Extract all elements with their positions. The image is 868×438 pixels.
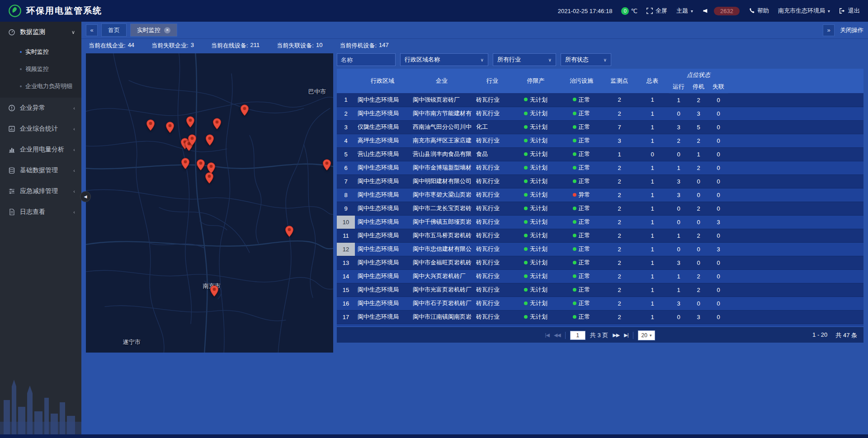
close-operations-button[interactable]: 关闭操作 bbox=[840, 26, 863, 34]
map-pin[interactable] bbox=[146, 119, 155, 133]
map-pin[interactable] bbox=[285, 226, 294, 239]
table-row[interactable]: 1阆中生态环境局阆中强锐页岩砖厂砖瓦行业无计划正常21120 bbox=[337, 93, 863, 107]
sidebar-item-emergency-reduction[interactable]: 应急减排管理 ‹ bbox=[0, 181, 81, 202]
table-row[interactable]: 2阆中生态环境局阆中市南方节能建材有砖瓦行业无计划正常21030 bbox=[337, 107, 863, 120]
industry-cell: 化工 bbox=[473, 120, 511, 134]
total-pages-label: 共 3 页 bbox=[590, 331, 608, 339]
tab-scroll-left-button[interactable]: « bbox=[86, 24, 98, 36]
sidebar-item-power-load-detail[interactable]: 企业电力负荷明细 bbox=[0, 78, 81, 95]
sidebar-item-power-analysis[interactable]: 企业用电量分析 ‹ bbox=[0, 139, 81, 160]
sidebar-collapse-handle[interactable]: ◀ bbox=[80, 191, 91, 202]
sidebar-item-enterprise-abnormal[interactable]: 企业异常 ‹ bbox=[0, 98, 81, 118]
run-cell: 0 bbox=[669, 147, 689, 161]
filler-cell bbox=[728, 256, 863, 269]
table-row[interactable]: 14阆中生态环境局阆中大兴页岩机砖厂砖瓦行业无计划正常21120 bbox=[337, 269, 863, 283]
map-pin[interactable] bbox=[188, 134, 197, 148]
stop-cell: 3 bbox=[689, 310, 708, 324]
table-row[interactable]: 4高坪生态环境局南充市高坪区王家店建砖瓦行业无计划正常31220 bbox=[337, 134, 863, 147]
industry-cell: 砖瓦行业 bbox=[473, 324, 511, 326]
logout-button[interactable]: 退出 bbox=[839, 7, 860, 15]
name-filter-input[interactable] bbox=[337, 53, 396, 66]
map-pin[interactable] bbox=[322, 159, 331, 173]
map-pin[interactable] bbox=[210, 285, 219, 299]
table-row[interactable]: 8阆中生态环境局阆中市枣碧大梁山页岩砖瓦行业无计划异常21300 bbox=[337, 188, 863, 202]
meters-cell: 1 bbox=[636, 242, 669, 256]
help-button[interactable]: 帮助 bbox=[749, 7, 769, 15]
table-row[interactable]: 17阆中生态环境局阆中市江南镇阆南页岩砖瓦行业无计划正常21030 bbox=[337, 310, 863, 324]
map-canvas[interactable]: 巴中市南充市遂宁市 bbox=[86, 53, 333, 353]
map-pin[interactable] bbox=[205, 134, 214, 148]
sidebar-item-realtime-monitor[interactable]: 实时监控 bbox=[0, 43, 81, 61]
org-dropdown[interactable]: 南充市生态环境局 ▾ bbox=[778, 7, 830, 15]
close-icon[interactable]: ✕ bbox=[164, 27, 170, 33]
map-pin[interactable] bbox=[240, 104, 249, 118]
notice-count-badge[interactable]: 2632 bbox=[714, 7, 740, 15]
row-index-cell: 11 bbox=[337, 229, 355, 242]
table-row[interactable]: 7阆中生态环境局阆中明阳建材有限公司砖瓦行业无计划正常21300 bbox=[337, 174, 863, 188]
table-row[interactable]: 9阆中生态环境局阆中市二龙长宝页岩砖砖瓦行业无计划正常21020 bbox=[337, 202, 863, 215]
announcement-speaker-icon[interactable] bbox=[702, 8, 708, 14]
meters-cell: 1 bbox=[636, 229, 669, 242]
stop-cell: 2 bbox=[689, 283, 708, 297]
table-row[interactable]: 6阆中生态环境局阆中市金博瑞新型墙材砖瓦行业无计划正常21120 bbox=[337, 161, 863, 174]
table-row[interactable]: 15阆中生态环境局阆中市光富页岩机砖厂砖瓦行业无计划正常21120 bbox=[337, 283, 863, 297]
row-index-cell: 17 bbox=[337, 310, 355, 324]
col-header-index bbox=[337, 69, 355, 93]
table-row[interactable]: 11阆中生态环境局阆中市五马桥页岩机砖砖瓦行业无计划正常21120 bbox=[337, 229, 863, 242]
map-pin[interactable] bbox=[212, 118, 222, 132]
sidebar-item-log-view[interactable]: 日志查看 ‹ bbox=[0, 202, 81, 222]
industry-filter-select[interactable]: 所有行业 ∨ bbox=[493, 53, 556, 66]
company-cell: 阆中市江南镇阆南页岩 bbox=[410, 310, 473, 324]
table-row[interactable]: 12阆中生态环境局阆中市忠信建材有限公砖瓦行业无计划正常21003 bbox=[337, 242, 863, 256]
row-index-cell: 7 bbox=[337, 174, 355, 188]
map-pin[interactable] bbox=[196, 159, 205, 173]
map-pin[interactable] bbox=[205, 172, 214, 186]
tab-home-label: 首页 bbox=[108, 26, 120, 34]
map-pin[interactable] bbox=[186, 116, 195, 130]
industry-cell: 砖瓦行业 bbox=[473, 310, 511, 324]
next-page-button[interactable]: ▶▶ bbox=[613, 332, 619, 338]
region-cell: 阆中生态环境局 bbox=[355, 107, 410, 120]
table-row[interactable]: 10阆中生态环境局阆中千佛镇五郎垭页岩砖瓦行业无计划正常21003 bbox=[337, 215, 863, 229]
meters-cell: 1 bbox=[636, 256, 669, 269]
company-cell: 南充市高坪区王家店建 bbox=[410, 134, 473, 147]
sidebar-item-label: 企业综合统计 bbox=[20, 125, 69, 133]
map-pin[interactable] bbox=[181, 158, 190, 171]
tab-realtime-monitor[interactable]: 实时监控 ✕ bbox=[130, 24, 177, 37]
run-cell: 0 bbox=[669, 202, 689, 215]
fullscreen-button[interactable]: 全屏 bbox=[646, 7, 667, 15]
tab-scroll-right-button[interactable]: » bbox=[823, 24, 835, 36]
lost-cell: 0 bbox=[708, 269, 728, 283]
row-index-cell: 13 bbox=[337, 256, 355, 269]
industry-cell: 砖瓦行业 bbox=[473, 174, 511, 188]
theme-dropdown[interactable]: 主题 ▾ bbox=[676, 7, 693, 15]
status-dot-icon bbox=[573, 220, 576, 224]
chevron-down-icon: ∨ bbox=[548, 57, 552, 62]
sidebar-item-video-monitor[interactable]: 视频监控 bbox=[0, 61, 81, 78]
sidebar-item-data-monitoring[interactable]: 数据监测 ∨ bbox=[0, 22, 81, 42]
last-page-button[interactable]: ▶| bbox=[624, 332, 628, 338]
stat-value: 3 bbox=[191, 42, 194, 50]
status-filter-select[interactable]: 所有状态 ∨ bbox=[561, 53, 611, 66]
map-city-label: 遂宁市 bbox=[123, 338, 141, 346]
sidebar-item-enterprise-statistics[interactable]: 企业综合统计 ‹ bbox=[0, 118, 81, 139]
region-filter-select[interactable]: 行政区域名称 ∨ bbox=[400, 53, 488, 66]
row-index-cell: 9 bbox=[337, 202, 355, 215]
table-row[interactable]: 16阆中生态环境局阆中市石子页岩机砖厂砖瓦行业无计划正常21300 bbox=[337, 297, 863, 310]
stat-lost-devices: 当前失联设备:10 bbox=[277, 42, 322, 50]
sidebar-item-base-data-management[interactable]: 基础数据管理 ‹ bbox=[0, 160, 81, 181]
tab-home[interactable]: 首页 bbox=[101, 24, 127, 37]
col-header-points: 监测点 bbox=[603, 69, 636, 93]
table-row[interactable]: 3仪陇生态环境局西南油气田分公司川中化工无计划正常71350 bbox=[337, 120, 863, 134]
stop-cell: 2 bbox=[689, 161, 708, 174]
table-row[interactable]: 13阆中生态环境局阆中市金福旺页岩机砖砖瓦行业无计划正常21300 bbox=[337, 256, 863, 269]
prev-page-button[interactable]: ◀◀ bbox=[554, 332, 561, 338]
page-number-input[interactable] bbox=[570, 331, 585, 340]
first-page-button[interactable]: |◀ bbox=[545, 332, 549, 338]
page-size-select[interactable]: 20 ▾ bbox=[638, 330, 656, 340]
map-pin[interactable] bbox=[165, 122, 175, 135]
table-row[interactable]: 18南部生态环境局南部县双华页岩砖有限砖瓦行业无计划正常21030 bbox=[337, 324, 863, 326]
table-row[interactable]: 5营山生态环境局营山县润丰肉食品有限食品无计划正常10010 bbox=[337, 147, 863, 161]
company-cell: 阆中强锐页岩砖厂 bbox=[410, 93, 473, 107]
bar-chart-icon bbox=[8, 146, 15, 153]
